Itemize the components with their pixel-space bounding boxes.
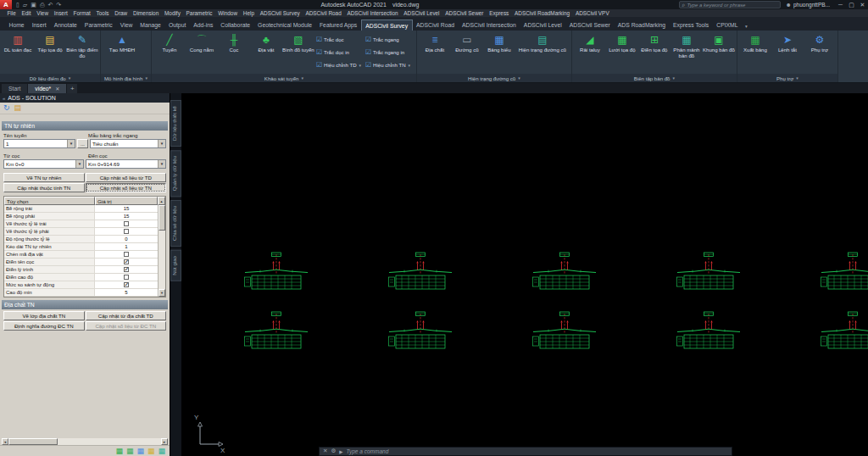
from-station-select[interactable]: Km 0+0 ▼ — [3, 159, 84, 169]
ribbon-tab[interactable]: ADSCivil Intersection — [459, 19, 520, 31]
ribbon-button[interactable]: Địa chất — [419, 31, 451, 73]
option-value[interactable]: 1 — [125, 244, 127, 249]
palette-bottom-icon[interactable] — [158, 448, 165, 455]
ribbon-tab[interactable]: Parametric — [81, 19, 116, 31]
menu-item[interactable]: Modify — [162, 10, 184, 16]
ribbon-check-item[interactable]: Trắc dọc in — [316, 46, 364, 58]
option-row[interactable]: Vẽ thước tỷ lệ trái — [4, 220, 158, 228]
ribbon-tab[interactable]: ADSCivil Level — [520, 19, 565, 31]
option-checkbox[interactable] — [124, 275, 129, 280]
close-tab-icon[interactable]: ✕ — [55, 86, 59, 92]
ribbon-button[interactable]: Phân mảnh bản đồ — [670, 31, 703, 73]
ribbon-group-label[interactable]: Phụ trợ▾ — [737, 74, 837, 82]
scroll-left-button[interactable]: ◄ — [2, 438, 8, 445]
palette-bottom-icon[interactable] — [126, 448, 134, 455]
option-value[interactable]: 5 — [125, 290, 127, 295]
ribbon-button[interactable]: Cọc — [218, 31, 250, 73]
ribbon-tab[interactable]: ADSCivil Survey — [361, 19, 413, 31]
ribbon-button[interactable]: Rải taluy — [574, 31, 606, 73]
option-checkbox[interactable] — [124, 259, 129, 264]
option-checkbox[interactable] — [124, 282, 129, 287]
ribbon-check-item[interactable]: Trắc dọc — [316, 33, 364, 46]
autocad-logo-icon[interactable]: A — [0, 0, 12, 9]
ribbon-tab[interactable]: Featured Apps — [315, 19, 360, 31]
ribbon-check-item[interactable]: Trắc ngang in — [365, 46, 413, 58]
ribbon-button[interactable]: Điền tọa độ — [638, 31, 670, 73]
ribbon-group-label[interactable]: Biên tập bản đồ▾ — [572, 74, 737, 82]
quick-access-icon[interactable] — [31, 2, 36, 8]
ribbon-group-label[interactable]: Dữ liệu điểm đo▾ — [0, 74, 100, 82]
command-bar[interactable]: ✕ ⚙ ▶ Type a command — [319, 447, 732, 456]
scroll-up-button[interactable]: ▲ — [158, 197, 165, 205]
ribbon-tab[interactable]: Home — [5, 19, 28, 31]
ribbon-button[interactable]: Biên tập điểm đo — [66, 31, 98, 73]
option-row[interactable]: Kéo dài TN tự nhiên 1 — [4, 243, 158, 251]
ribbon-tab[interactable]: Annotate — [50, 19, 81, 31]
option-checkbox[interactable] — [124, 221, 129, 226]
ribbon-tab[interactable]: Express Tools — [670, 19, 713, 31]
ribbon-tab[interactable]: Collaborate — [217, 19, 254, 31]
palette-geology-button[interactable]: Định nghĩa đường ĐC TN — [3, 321, 85, 331]
command-close-icon[interactable]: ✕ — [323, 448, 327, 454]
option-row[interactable]: Bề rộng trái 15 — [4, 205, 158, 213]
cross-section-drawing[interactable] — [531, 251, 598, 298]
option-row[interactable]: Cao độ min 5 — [4, 289, 158, 297]
palette-horizontal-scrollbar[interactable]: ◄ ► — [2, 438, 168, 445]
quick-access-icon[interactable] — [23, 2, 27, 8]
route-select[interactable]: 1 ▼ — [3, 139, 75, 148]
ribbon-tab[interactable]: Add-ins — [190, 19, 217, 31]
minimize-button[interactable]: ─ — [835, 2, 846, 8]
menu-item[interactable]: Window — [215, 10, 241, 16]
cross-section-drawing[interactable] — [531, 310, 598, 358]
menu-item[interactable]: File — [4, 10, 19, 16]
option-row[interactable]: Bề rộng phải 15 — [4, 213, 158, 220]
maximize-button[interactable]: ▢ — [846, 2, 857, 8]
command-customize-icon[interactable]: ⚙ — [331, 448, 336, 454]
file-tab-start[interactable]: Start — [2, 84, 27, 93]
palette-bottom-icon[interactable] — [115, 448, 123, 455]
option-checkbox[interactable] — [124, 267, 129, 272]
chevron-down-icon[interactable]: ▼ — [158, 160, 165, 168]
cross-section-drawing[interactable] — [820, 310, 868, 358]
palette-titlebar[interactable]: « ADS - SOLUTION — [0, 93, 170, 103]
ribbon-button[interactable]: Địa vật — [250, 31, 282, 73]
file-tab-current[interactable]: video* ✕ — [28, 84, 66, 93]
option-row[interactable]: Độ rộng thước tỷ lệ 0 — [4, 236, 158, 243]
cross-section-drawing[interactable] — [387, 310, 453, 358]
command-input[interactable]: Type a command — [347, 448, 389, 454]
menu-item[interactable]: Format — [70, 10, 93, 16]
menu-item[interactable]: ADSCivil Level — [401, 10, 442, 16]
ribbon-tab[interactable]: CPIXML — [713, 19, 742, 31]
cross-section-drawing[interactable] — [387, 251, 453, 298]
palette-bottom-icon[interactable] — [147, 448, 155, 455]
palette-geology-button[interactable]: Vẽ lớp địa chất TN — [3, 311, 85, 320]
option-row[interactable]: Chèn mã địa vật — [4, 251, 158, 259]
ribbon-button[interactable]: Phụ trợ — [804, 31, 836, 73]
menu-item[interactable]: Insert — [51, 10, 70, 16]
menu-item[interactable]: Help — [240, 10, 257, 16]
ribbon-tab[interactable]: ADSCivil Sewer — [565, 19, 614, 31]
ribbon-tab[interactable]: Manage — [136, 19, 165, 31]
menu-item[interactable]: View — [34, 10, 52, 16]
ribbon-button[interactable]: Bảng biểu — [483, 31, 515, 73]
search-box[interactable]: ⌕ Type a keyword or phrase — [679, 1, 781, 8]
browse-button[interactable]: ... — [77, 139, 88, 148]
user-account[interactable]: ☻ phuongnttPB... — [786, 2, 830, 8]
menu-item[interactable]: ADSCivil VPV — [572, 10, 612, 16]
menu-item[interactable]: ADSCivil Sewer — [442, 10, 487, 16]
menu-item[interactable]: Tools — [93, 10, 112, 16]
ribbon-tab[interactable]: View — [116, 19, 136, 31]
ribbon-tab[interactable]: Insert — [28, 19, 50, 31]
menu-item[interactable]: Parametric — [183, 10, 215, 16]
ribbon-button[interactable]: Tuyến — [153, 31, 186, 73]
quick-access-icon[interactable] — [16, 2, 19, 8]
palette-toolbar-icon[interactable] — [14, 104, 22, 112]
ribbon-button[interactable]: Xuất bảng — [739, 31, 771, 73]
close-button[interactable]: ✕ — [857, 2, 868, 8]
ribbon-button[interactable]: Tệp tọa độ — [34, 31, 66, 73]
menu-item[interactable]: Express — [487, 10, 512, 16]
palette-action-button[interactable]: Cập nhật số liệu từ TD — [86, 173, 167, 182]
ribbon-button[interactable]: Tạo MHĐH — [103, 31, 142, 73]
palette-action-button[interactable]: Cập nhật số liệu từ TN — [86, 183, 167, 192]
option-row[interactable]: Điền lý trình — [4, 266, 158, 274]
